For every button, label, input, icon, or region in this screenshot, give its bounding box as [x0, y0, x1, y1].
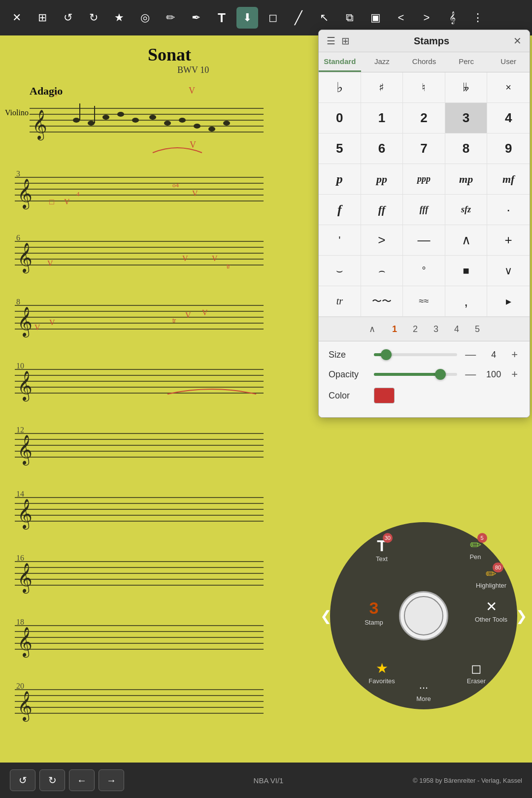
tab-user[interactable]: User — [487, 52, 530, 72]
tab-perc[interactable]: Perc — [445, 52, 488, 72]
stamp-slur-down[interactable]: ⌢ — [361, 256, 403, 286]
stamp-6[interactable]: 6 — [361, 133, 403, 164]
redo-icon[interactable]: ↻ — [83, 7, 104, 29]
radial-more-item[interactable]: ··· More — [401, 681, 446, 702]
size-slider[interactable] — [374, 353, 457, 356]
stamp-0[interactable]: 0 — [319, 103, 361, 133]
stamp-7[interactable]: 7 — [403, 133, 445, 164]
eraser-tool-icon[interactable]: ◻ — [262, 7, 284, 29]
undo-icon[interactable]: ↺ — [57, 7, 79, 29]
stamp-ff[interactable]: ff — [361, 195, 403, 225]
tab-standard[interactable]: Standard — [319, 52, 361, 72]
radial-text-item[interactable]: T 30 Text — [360, 537, 404, 563]
page-1[interactable]: 1 — [388, 322, 401, 336]
grid-view-icon[interactable]: ⊞ — [341, 35, 350, 47]
page-5[interactable]: 5 — [471, 322, 484, 336]
stamp-harmonic[interactable]: ° — [403, 256, 445, 286]
list-view-icon[interactable]: ☰ — [327, 35, 335, 47]
svg-text:16: 16 — [16, 554, 24, 562]
stamp-f[interactable]: f — [319, 195, 361, 225]
radial-right-arrow[interactable]: ❯ — [516, 608, 527, 624]
stamp-1[interactable]: 1 — [361, 103, 403, 133]
star-icon[interactable]: ★ — [108, 7, 130, 29]
music-clef-icon[interactable]: 𝄞 — [441, 7, 463, 29]
opacity-increase-button[interactable]: + — [509, 368, 520, 381]
size-decrease-button[interactable]: — — [463, 348, 478, 361]
stamp-sfz[interactable]: sfz — [445, 195, 488, 225]
greater-than-icon[interactable]: > — [416, 7, 437, 29]
stamp-accent[interactable]: > — [361, 225, 403, 256]
pen-nib-icon[interactable]: ✒ — [185, 7, 207, 29]
stamp-fermata-square[interactable]: ■ — [445, 256, 488, 286]
color-control: Color — [329, 388, 520, 403]
nav-redo-button[interactable]: ↻ — [39, 769, 65, 791]
svg-text:V: V — [192, 189, 198, 198]
text-tool-icon[interactable]: T — [211, 7, 233, 29]
stamp-dot[interactable]: · — [487, 195, 530, 225]
stamp-8[interactable]: 8 — [445, 133, 488, 164]
layer-icon[interactable]: ⧉ — [339, 7, 361, 29]
radial-stamp-item[interactable]: 3 Stamp — [352, 598, 396, 626]
stamp-ppp[interactable]: ppp — [403, 164, 445, 195]
stamp-2[interactable]: 2 — [403, 103, 445, 133]
nav-prev-page-button[interactable]: ← — [69, 769, 95, 791]
stamp-flat[interactable]: ♭ — [319, 72, 361, 103]
pagination-prev-icon[interactable]: ∧ — [365, 321, 380, 337]
stamps-panel: ☰ ⊞ Stamps ✕ Standard Jazz Chords Perc U… — [318, 30, 530, 418]
more-options-icon[interactable]: ⋮ — [467, 7, 489, 29]
radial-favorites-item[interactable]: ★ Favorites — [360, 660, 404, 685]
stamp-tool-icon[interactable]: ⬇ — [236, 7, 258, 29]
page-3[interactable]: 3 — [430, 322, 442, 336]
size-increase-button[interactable]: + — [509, 348, 520, 361]
svg-text:𝄞: 𝄞 — [32, 110, 47, 141]
radial-pen-item[interactable]: ✏ 5 Pen — [453, 537, 498, 561]
stamp-staccatissimo[interactable]: ' — [319, 225, 361, 256]
stamp-v[interactable]: ∨ — [487, 256, 530, 286]
stamps-close-icon[interactable]: ✕ — [513, 35, 522, 47]
stamp-x[interactable]: × — [487, 72, 530, 103]
page-2[interactable]: 2 — [409, 322, 422, 336]
stamp-trill-wavy[interactable]: 〜〜 — [361, 286, 403, 317]
stamp-slur-up[interactable]: ⌣ — [319, 256, 361, 286]
nav-undo-button[interactable]: ↺ — [10, 769, 35, 791]
radial-eraser-item[interactable]: ◻ Eraser — [454, 661, 499, 685]
svg-text:V: V — [212, 254, 218, 263]
radial-left-arrow[interactable]: ❮ — [320, 608, 332, 624]
stamp-mp[interactable]: mp — [445, 164, 488, 195]
opacity-decrease-button[interactable]: — — [463, 368, 478, 381]
nav-next-page-button[interactable]: → — [99, 769, 124, 791]
stamp-mf[interactable]: mf — [487, 164, 530, 195]
stamp-natural[interactable]: ♮ — [403, 72, 445, 103]
pencil-icon[interactable]: ✏ — [160, 7, 181, 29]
tab-jazz[interactable]: Jazz — [361, 52, 403, 72]
stamp-5[interactable]: 5 — [319, 133, 361, 164]
select-icon[interactable]: ↖ — [313, 7, 335, 29]
stamp-tr[interactable]: tr — [319, 286, 361, 317]
less-than-icon[interactable]: < — [390, 7, 412, 29]
stamp-plus[interactable]: + — [487, 225, 530, 256]
image-icon[interactable]: ⊞ — [32, 7, 53, 29]
stamp-sharp[interactable]: ♯ — [361, 72, 403, 103]
close-icon[interactable]: ✕ — [6, 7, 28, 29]
stamp-pp[interactable]: pp — [361, 164, 403, 195]
radial-highlighter-item[interactable]: ✏ 80 Highlighter — [469, 566, 513, 589]
stamp-4[interactable]: 4 — [487, 103, 530, 133]
box-icon[interactable]: ▣ — [365, 7, 386, 29]
tab-chords[interactable]: Chords — [403, 52, 445, 72]
color-swatch[interactable] — [374, 388, 395, 403]
stamp-comma[interactable]: , — [445, 286, 488, 317]
stamp-p[interactable]: p — [319, 164, 361, 195]
stamp-9[interactable]: 9 — [487, 133, 530, 164]
stamp-fff[interactable]: fff — [403, 195, 445, 225]
opacity-slider[interactable] — [374, 373, 457, 376]
stamp-arrow[interactable]: ▸ — [487, 286, 530, 317]
target-icon[interactable]: ◎ — [134, 7, 156, 29]
page-4[interactable]: 4 — [450, 322, 463, 336]
line-tool-icon[interactable]: ╱ — [288, 7, 309, 29]
stamp-trill-wave2[interactable]: ≈≈ — [403, 286, 445, 317]
radial-other-item[interactable]: ✕ Other Tools — [469, 598, 513, 623]
stamp-marcato[interactable]: ∧ — [445, 225, 488, 256]
stamp-double-flat[interactable]: 𝄫 — [445, 72, 488, 103]
stamp-3[interactable]: 3 — [445, 103, 488, 133]
stamp-tenuto[interactable]: — — [403, 225, 445, 256]
